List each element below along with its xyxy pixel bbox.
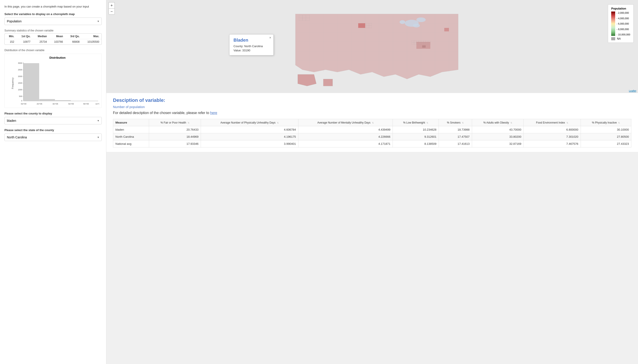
map-zoom-controls: + −	[109, 2, 115, 14]
col-header-obesity: % Adults with Obesity ⇅	[472, 119, 524, 126]
chart-area: Frequency 3000 2500 2000 1500 1000 500 0	[16, 61, 99, 106]
sort-icon-smokers[interactable]: ⇅	[462, 122, 464, 124]
variable-select[interactable]: Population% Fair or Poor HealthAverage N…	[5, 18, 102, 25]
zoom-in-button[interactable]: +	[109, 2, 115, 8]
desc-detailed-prefix: For detailed desctption of the chosen va…	[113, 111, 210, 115]
data-table: Measure % Fair or Poor Health ⇅ Average …	[113, 119, 631, 148]
col-header-measure: Measure	[113, 119, 149, 126]
table-cell: 20.76433	[149, 126, 201, 133]
variable-select-wrapper: Population% Fair or Poor HealthAverage N…	[5, 18, 102, 25]
county-select[interactable]: bladenwakemecklenburg	[5, 117, 102, 124]
stats-header-cell: Max.	[82, 34, 102, 39]
popup-close-button[interactable]: ×	[269, 36, 271, 40]
table-cell: 3.990401	[201, 140, 298, 148]
col-header-mental-unhealthy: Average Number of Mentally Unhealthy Day…	[298, 119, 393, 126]
svg-rect-42	[444, 28, 449, 32]
desc-detailed-text: For detailed desctption of the chosen va…	[113, 111, 631, 115]
map-container: + −	[106, 0, 638, 93]
legend-na-row: NA	[611, 37, 630, 40]
svg-rect-16	[40, 99, 55, 101]
zoom-out-button[interactable]: −	[109, 8, 115, 14]
table-cell: 10.234628	[393, 126, 439, 133]
county-select-label: Please select the county to display	[5, 112, 102, 115]
leaflet-link[interactable]: Leaflet	[629, 90, 636, 92]
legend-na-label: NA	[617, 37, 621, 40]
table-cell: 4.606784	[201, 126, 298, 133]
popup-value: Value: 33190	[234, 49, 269, 52]
sort-icon-birth[interactable]: ⇅	[426, 122, 428, 124]
table-cell: 7.301020	[524, 133, 581, 140]
table-row: National avg17.933463.9904014.1718718.13…	[113, 140, 631, 148]
stats-header-row: Min.1st Qu.MedianMean3rd Qu.Max.	[5, 34, 102, 39]
table-cell: 27.43323	[581, 140, 631, 148]
svg-text:6e+06: 6e+06	[68, 102, 74, 105]
state-select-label: Please select the state of the county	[5, 128, 102, 132]
svg-text:4e+06: 4e+06	[53, 102, 58, 105]
svg-text:500: 500	[19, 95, 22, 97]
svg-text:0e+00: 0e+00	[21, 102, 26, 105]
table-cell: 4.439499	[298, 126, 393, 133]
sort-icon-obesity[interactable]: ⇅	[510, 122, 512, 124]
table-cell: 4.196175	[201, 133, 298, 140]
stats-header-cell: 1st Qu.	[17, 34, 33, 39]
svg-text:1000: 1000	[18, 88, 22, 90]
map-background	[106, 0, 638, 93]
col-header-smokers: % Smokers ⇅	[439, 119, 472, 126]
table-cell: 33.80200	[472, 133, 524, 140]
stats-value-cell: 152	[5, 39, 17, 44]
table-cell: 27.80500	[581, 133, 631, 140]
description-section: Desciption of variable: Number of popula…	[106, 93, 638, 152]
stats-value-cell: 25734	[33, 39, 49, 44]
stats-header-cell: Mean	[49, 34, 65, 39]
col-header-food-env: Food Environment Index ⇅	[524, 119, 581, 126]
col-header-phys-unhealthy: Average Number of Physically Unhealthy D…	[201, 119, 298, 126]
legend-title: Population	[611, 7, 630, 10]
stats-label: Summary statistics of the chosen variabl…	[5, 29, 102, 32]
sort-icon-food[interactable]: ⇅	[566, 122, 568, 124]
variable-select-label: Select the variables to display on a cho…	[5, 12, 102, 16]
desc-heading: Desciption of variable:	[113, 98, 631, 103]
state-select-wrapper: North CarolinaCaliforniaTexasNew York	[5, 134, 102, 141]
desc-subheading: Number of population	[113, 105, 631, 109]
chart-title: Distribution	[16, 56, 99, 59]
table-cell: 9.312601	[393, 133, 439, 140]
col-header-low-birth: % Low Birthweight ⇅	[393, 119, 439, 126]
desc-here-link[interactable]: here	[210, 111, 217, 115]
table-row: bladen20.764334.6067844.43949910.2346281…	[113, 126, 631, 133]
county-select-wrapper: bladenwakemecklenburg	[5, 117, 102, 124]
state-select[interactable]: North CarolinaCaliforniaTexasNew York	[5, 134, 102, 141]
table-cell-measure: bladen	[113, 126, 149, 133]
sort-icon-mental[interactable]: ⇅	[372, 122, 374, 124]
table-cell-measure: North Carolina	[113, 133, 149, 140]
svg-text:2000: 2000	[18, 75, 22, 77]
table-cell: 32.87169	[472, 140, 524, 148]
table-cell: 6.800000	[524, 126, 581, 133]
table-header-row: Measure % Fair or Poor Health ⇅ Average …	[113, 119, 631, 126]
svg-point-78	[413, 24, 420, 28]
intro-text: In this page, you can create a choroplet…	[5, 4, 102, 9]
table-cell: 18.44969	[149, 133, 201, 140]
sort-icon-inactive[interactable]: ⇅	[618, 122, 620, 124]
stats-header-cell: Min.	[5, 34, 17, 39]
stats-table: Min.1st Qu.MedianMean3rd Qu.Max. 1521097…	[5, 34, 102, 44]
table-cell: 43.70000	[472, 126, 524, 133]
stats-value-row: 15210977257341037666680810105500	[5, 39, 102, 44]
data-table-wrapper: Measure % Fair or Poor Health ⇅ Average …	[113, 119, 631, 148]
stats-value-cell: 103766	[49, 39, 65, 44]
col-header-phys-inactive: % Physically Inactive ⇅	[581, 119, 631, 126]
stats-header-cell: 3rd Qu.	[65, 34, 82, 39]
sort-icon-fair-health[interactable]: ⇅	[188, 122, 189, 124]
svg-text:0: 0	[21, 100, 22, 102]
svg-text:1e+07: 1e+07	[96, 102, 99, 105]
sort-icon-phys[interactable]: ⇅	[277, 122, 279, 124]
legend-gradient	[611, 12, 615, 36]
table-cell: 4.171871	[298, 140, 393, 148]
table-cell: 17.41613	[439, 140, 472, 148]
map-legend: Population - 2,000,000 - 4,000,000 - 6,0…	[608, 4, 633, 43]
table-cell: 18.73988	[439, 126, 472, 133]
stats-header-cell: Median	[33, 34, 49, 39]
dist-label: Distribution of the chosen variable	[5, 49, 102, 52]
stats-value-cell: 66808	[65, 39, 82, 44]
table-cell: 17.93346	[149, 140, 201, 148]
y-axis-label: Frequency	[11, 78, 14, 89]
